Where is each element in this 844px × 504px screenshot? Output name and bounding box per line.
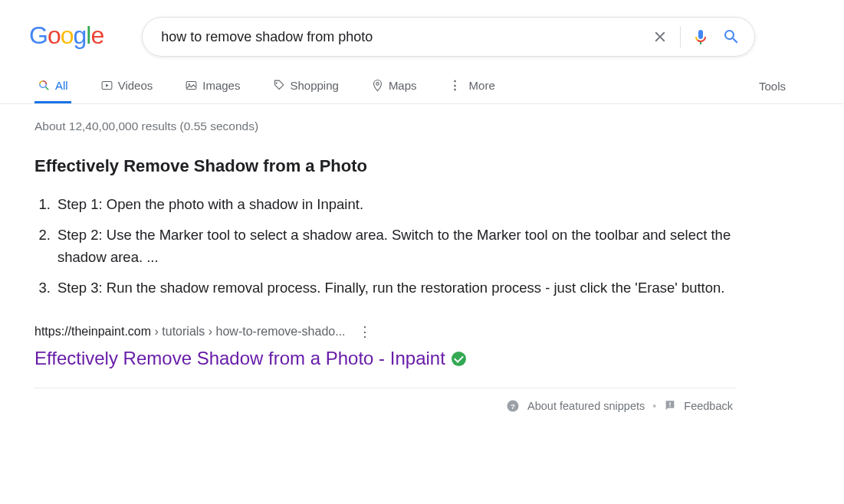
search-input[interactable]: [161, 29, 645, 45]
image-icon: [185, 79, 198, 92]
snippet-step: Step 3: Run the shadow removal process. …: [54, 277, 736, 299]
result-cite[interactable]: https://theinpaint.com › tutorials › how…: [34, 325, 346, 339]
clear-icon[interactable]: [645, 21, 675, 52]
svg-text:?: ?: [511, 402, 515, 411]
tab-images[interactable]: Images: [182, 79, 243, 103]
tab-videos-label: Videos: [118, 79, 153, 92]
result-stats: About 12,40,00,000 results (0.55 seconds…: [34, 119, 736, 133]
search-box[interactable]: [142, 17, 755, 57]
search-icon[interactable]: [716, 21, 747, 52]
video-icon: [100, 79, 113, 92]
searchbox-divider: [680, 26, 681, 47]
search-small-icon: [38, 79, 51, 92]
snippet-step: Step 1: Open the photo with a shadow in …: [54, 193, 736, 216]
cite-path: › tutorials › how-to-remove-shado...: [151, 325, 345, 338]
snippet-step: Step 2: Use the Marker tool to select a …: [54, 224, 736, 269]
help-icon[interactable]: ?: [506, 399, 520, 413]
svg-line-1: [46, 87, 49, 90]
cite-domain: https://theinpaint.com: [34, 325, 151, 338]
tab-shopping-label: Shopping: [290, 79, 338, 92]
result-title-text: Effectively Remove Shadow from a Photo -…: [34, 348, 445, 369]
voice-search-icon[interactable]: [685, 21, 716, 52]
feedback-icon: [664, 400, 676, 412]
pin-icon: [371, 79, 384, 92]
more-dots-icon: ⋮: [449, 78, 460, 92]
featured-snippet-heading: Effectively Remove Shadow from a Photo: [34, 156, 736, 176]
tab-more-label: More: [469, 79, 495, 92]
featured-snippet-steps: Step 1: Open the photo with a shadow in …: [34, 193, 736, 299]
tab-more[interactable]: ⋮ More: [446, 78, 498, 103]
tab-all[interactable]: All: [34, 79, 71, 103]
about-snippets-link[interactable]: About featured snippets: [527, 400, 645, 412]
svg-point-5: [276, 82, 278, 83]
tab-maps-label: Maps: [389, 79, 417, 92]
separator-dot: •: [652, 400, 656, 412]
tab-videos[interactable]: Videos: [97, 79, 156, 103]
result-menu-icon[interactable]: ⋮: [358, 323, 372, 340]
tab-maps[interactable]: Maps: [368, 79, 420, 103]
result-title-link[interactable]: Effectively Remove Shadow from a Photo -…: [34, 348, 736, 369]
tab-images-label: Images: [202, 79, 240, 92]
svg-rect-3: [186, 81, 196, 89]
svg-point-6: [376, 82, 379, 85]
tab-all-label: All: [55, 79, 68, 92]
tab-shopping[interactable]: Shopping: [269, 79, 341, 103]
tools-button[interactable]: Tools: [759, 80, 786, 102]
google-logo[interactable]: Google: [29, 21, 103, 50]
tag-icon: [272, 79, 285, 92]
verified-icon: [452, 352, 466, 366]
snippet-footer: ? About featured snippets • Feedback: [34, 388, 736, 413]
search-tabs: All Videos Images Shopping Maps ⋮ More T…: [0, 57, 844, 104]
feedback-link[interactable]: Feedback: [684, 400, 733, 412]
